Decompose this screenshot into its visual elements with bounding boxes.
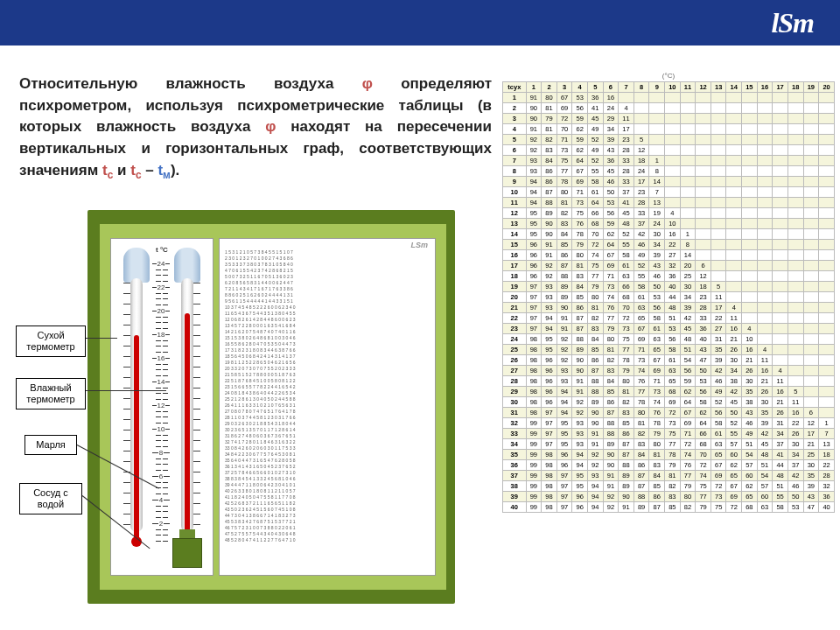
- phi-symbol: φ: [362, 75, 373, 92]
- mini-table-frame: LSm 1 5 3 1 2 1 0 5 7 3 8 4 5 5 1 5 1 0 …: [219, 238, 436, 576]
- psy-inner: t °C 24222018161412108642: [100, 224, 446, 590]
- logo: lSm: [771, 7, 814, 39]
- scale: t °C 24222018161412108642: [152, 248, 172, 536]
- bulb-top: [174, 248, 200, 283]
- mercury-column: [134, 335, 139, 543]
- txt: Относительную влажность воздуха: [19, 75, 362, 92]
- label-dry: Сухой термометр: [16, 326, 86, 357]
- phi-symbol: φ: [265, 118, 276, 135]
- slide-content: Относительную влажность воздуха φ опреде…: [0, 63, 840, 630]
- txt: ).: [171, 162, 179, 178]
- bulb-top: [123, 248, 150, 283]
- leader-line: [86, 390, 166, 391]
- marks: [123, 283, 130, 536]
- mini-logo: LSm: [410, 242, 428, 248]
- wet-thermometer: [174, 248, 200, 556]
- label-vessel: Сосуд с водой: [19, 483, 82, 514]
- label-gauze: Марля: [24, 435, 77, 455]
- txt: и: [113, 162, 130, 178]
- tc2-symbol: tс: [130, 162, 141, 178]
- thermometer-frame: t °C 24222018161412108642: [110, 238, 214, 576]
- data-table: tсух123456789101112131415161718192019180…: [502, 81, 835, 513]
- description-text: Относительную влажность воздуха φ опреде…: [19, 74, 492, 183]
- mercury-column: [185, 313, 190, 543]
- label-wet: Влажный термометр: [16, 378, 86, 410]
- tm-symbol: tм: [158, 162, 170, 178]
- leader-line: [86, 338, 117, 339]
- dry-thermometer: [123, 248, 150, 556]
- psychrometer-illustration: t °C 24222018161412108642: [88, 210, 455, 604]
- tc-symbol: tс: [102, 162, 113, 178]
- water-vessel: [172, 538, 202, 568]
- table-unit: (°C): [502, 70, 835, 81]
- scale-label: t °C: [156, 246, 168, 254]
- txt: –: [142, 162, 158, 178]
- psychrometric-table: (°C) tсух1234567891011121314151617181920…: [502, 70, 835, 611]
- header-bar: lSm: [0, 0, 840, 46]
- marks: [193, 283, 200, 536]
